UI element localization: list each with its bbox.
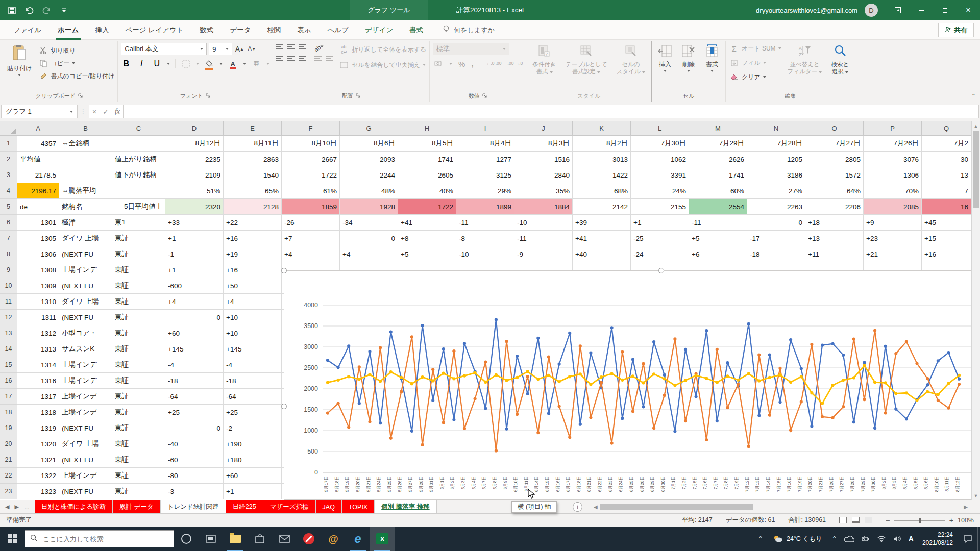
ribbon-tab-ファイル[interactable]: ファイル <box>5 20 50 40</box>
align-bottom-icon[interactable] <box>299 44 306 49</box>
fill-color-button[interactable] <box>204 59 214 69</box>
chart-handle-top-left[interactable] <box>281 268 287 273</box>
grid-cell[interactable]: 60% <box>689 183 747 199</box>
grid-cell[interactable]: 4357 <box>17 136 59 152</box>
grid-cell[interactable]: +4 <box>165 294 224 310</box>
grid-cell[interactable]: 上場インデ <box>59 262 112 278</box>
grid-cell[interactable]: +16 <box>224 231 282 246</box>
grid-cell[interactable]: (NEXT FU <box>59 278 112 294</box>
grid-cell[interactable]: +21 <box>864 246 922 262</box>
grid-cell[interactable]: 8月10日 <box>282 136 340 152</box>
grid-cell[interactable]: 0 <box>340 231 398 246</box>
font-size-combo[interactable]: 9 <box>209 43 232 55</box>
grid-cell[interactable]: 東証 <box>112 278 165 294</box>
grid-cell[interactable]: 35% <box>514 183 573 199</box>
sheet-tab-トレンド統計関連[interactable]: トレンド統計関連 <box>161 500 226 513</box>
grid-cell[interactable]: -18 <box>747 246 805 262</box>
chart-handle-top-middle[interactable] <box>658 268 664 273</box>
delete-cells-button[interactable]: 削除 <box>678 43 699 73</box>
grid-cell[interactable]: 8月6日 <box>340 136 398 152</box>
column-header-N[interactable]: N <box>747 121 805 136</box>
grid-cell[interactable]: +11 <box>805 246 864 262</box>
grid-cell[interactable]: -18 <box>224 373 282 389</box>
grid-cell[interactable]: +18 <box>805 215 864 231</box>
decrease-decimal-button[interactable]: .00 →.0 <box>508 61 523 66</box>
column-header-I[interactable]: I <box>456 121 514 136</box>
grid-cell[interactable]: 0 <box>747 215 805 231</box>
ribbon-tab-校閲[interactable]: 校閲 <box>259 20 289 40</box>
ribbon-tab-ホーム[interactable]: ホーム <box>50 20 87 40</box>
grid-cell[interactable]: +7 <box>282 231 340 246</box>
grid-cell[interactable]: 2142 <box>573 199 631 215</box>
ribbon-tab-表示[interactable]: 表示 <box>289 20 320 40</box>
grid-cell[interactable]: 2093 <box>340 152 398 167</box>
row-header-6[interactable]: 6 <box>0 215 17 231</box>
grid-cell[interactable]: -17 <box>747 231 805 246</box>
grid-cell[interactable]: ダイワ 上場 <box>59 231 112 246</box>
tab-scroll-right-icon[interactable]: ▶ <box>14 504 18 510</box>
grid-cell[interactable]: 1320 <box>17 436 59 452</box>
grid-cell[interactable]: (NEXT FU <box>59 310 112 325</box>
grid-cell[interactable]: -2 <box>224 420 282 436</box>
grid-cell[interactable]: +45 <box>922 215 971 231</box>
sheet-tab-日別と株価による診断[interactable]: 日別と株価による診断 <box>35 500 113 513</box>
grid-cell[interactable]: 銘柄名 <box>59 199 112 215</box>
grid-cell[interactable]: 1316 <box>17 373 59 389</box>
zoom-out-icon[interactable]: − <box>886 516 890 524</box>
new-sheet-button[interactable]: + <box>573 502 582 512</box>
redo-icon[interactable] <box>42 6 51 15</box>
grid-cell[interactable]: 2626 <box>689 152 747 167</box>
ribbon-tab-デザイン[interactable]: デザイン <box>357 20 401 40</box>
grid-cell[interactable]: -34 <box>340 215 398 231</box>
row-header-15[interactable]: 15 <box>0 357 17 373</box>
grid-cell[interactable]: +19 <box>224 246 282 262</box>
grid-cell[interactable]: -40 <box>165 436 224 452</box>
cut-button[interactable]: 切り取り <box>38 45 115 56</box>
mail-button[interactable] <box>272 527 297 551</box>
grid-cell[interactable]: 1572 <box>805 167 864 183</box>
grid-cell[interactable]: 1308 <box>17 262 59 278</box>
row-header-21[interactable]: 21 <box>0 452 17 468</box>
taskbar-search-input[interactable] <box>42 535 154 543</box>
clipboard-dialog-launcher[interactable] <box>78 93 83 98</box>
row-header-3[interactable]: 3 <box>0 167 17 183</box>
grid-cell[interactable]: 1305 <box>17 231 59 246</box>
grid-cell[interactable]: 東証 <box>112 436 165 452</box>
tell-me-search[interactable]: 何をしますか <box>443 25 495 35</box>
row-header-9[interactable]: 9 <box>0 262 17 278</box>
align-left-icon[interactable] <box>276 56 283 61</box>
grid-cell[interactable]: -600 <box>165 278 224 294</box>
taskbar-clock[interactable]: 22:24 2021/08/12 <box>917 527 958 551</box>
grid-cell[interactable]: 5日平均値上 <box>112 199 165 215</box>
column-header-C[interactable]: C <box>112 121 165 136</box>
grid-cell[interactable]: +39 <box>573 215 631 231</box>
grid-cell[interactable]: 1722 <box>398 199 456 215</box>
grid-cell[interactable]: 16 <box>922 199 971 215</box>
grid-cell[interactable]: -11 <box>689 215 747 231</box>
power-icon[interactable] <box>858 527 873 551</box>
taskbar-chevron-icon[interactable]: ⌃ <box>754 527 767 551</box>
sheet-tab-TOPIX[interactable]: TOPIX <box>342 500 375 513</box>
sheet-tab-日経225[interactable]: 日経225 <box>226 500 263 513</box>
grid-cell[interactable]: 8月4日 <box>456 136 514 152</box>
row-header-13[interactable]: 13 <box>0 325 17 341</box>
save-icon[interactable] <box>7 6 16 15</box>
grid-cell[interactable]: +25 <box>165 405 224 420</box>
grid-cell[interactable]: 2805 <box>805 152 864 167</box>
grid-cell[interactable]: 2235 <box>165 152 224 167</box>
grid-cell[interactable]: 7月28日 <box>747 136 805 152</box>
grid-cell[interactable]: 2206 <box>805 199 864 215</box>
volume-icon[interactable] <box>890 527 905 551</box>
grid-cell[interactable]: +6 <box>689 246 747 262</box>
grid-cell[interactable]: サムスンK <box>59 341 112 357</box>
file-explorer-button[interactable] <box>223 527 248 551</box>
grid-cell[interactable]: ⇔全銘柄 <box>59 136 112 152</box>
grid-cell[interactable]: 2155 <box>631 199 689 215</box>
grid-cell[interactable]: 1317 <box>17 389 59 405</box>
grid-cell[interactable]: +9 <box>864 215 922 231</box>
row-header-1[interactable]: 1 <box>0 136 17 152</box>
weather-widget[interactable]: 24°C くもり <box>767 527 828 551</box>
grid-cell[interactable]: 東証 <box>112 341 165 357</box>
grid-cell[interactable]: 70% <box>864 183 922 199</box>
grid-cell[interactable]: 3125 <box>456 167 514 183</box>
